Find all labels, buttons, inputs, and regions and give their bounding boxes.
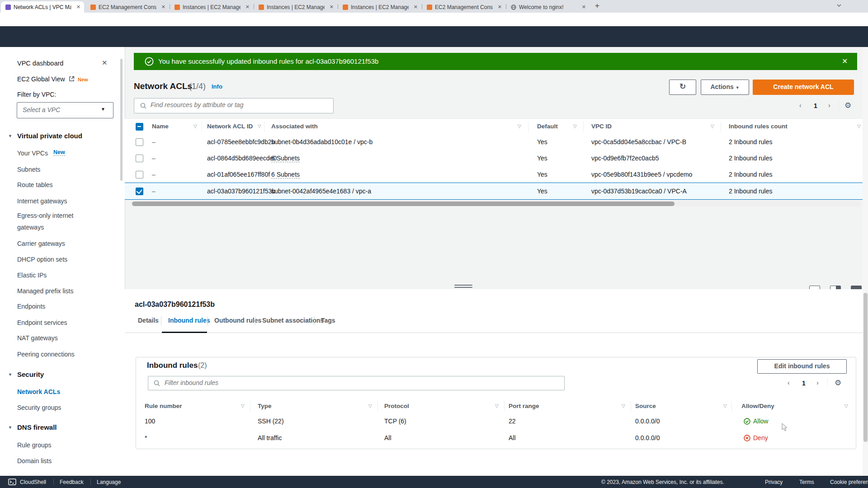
- page-number[interactable]: 1: [802, 380, 806, 387]
- select-all-checkbox[interactable]: [136, 123, 143, 131]
- sort-caret-icon[interactable]: ▽: [368, 404, 372, 408]
- tab-inbound-rules[interactable]: Inbound rules: [168, 317, 210, 324]
- section-caret-icon[interactable]: ▼: [8, 425, 12, 430]
- footer-language[interactable]: Language: [97, 479, 121, 485]
- tab-subnet-associations[interactable]: Subnet associations: [262, 317, 324, 324]
- page-number[interactable]: 1: [814, 102, 817, 109]
- resource-search[interactable]: [134, 98, 334, 113]
- sidebar-item-carrier-gateways[interactable]: Carrier gateways: [17, 238, 108, 249]
- sidebar-item-vpc-dashboard[interactable]: VPC dashboard: [17, 60, 63, 67]
- sort-caret-icon[interactable]: ▽: [241, 404, 245, 408]
- column-header-type[interactable]: Type: [258, 403, 272, 409]
- footer-feedback[interactable]: Feedback: [60, 479, 84, 485]
- tab-details[interactable]: Details: [138, 317, 159, 324]
- sort-caret-icon[interactable]: ▽: [518, 124, 521, 129]
- sidebar-item-elastic-ips[interactable]: Elastic IPs: [17, 269, 108, 281]
- row-checkbox[interactable]: [136, 138, 143, 146]
- cell-acl-id-link[interactable]: acl-0864d5bd689eecde0: [207, 155, 277, 162]
- section-caret-icon[interactable]: ▼: [8, 134, 12, 138]
- tab-close-icon[interactable]: ✕: [582, 4, 586, 10]
- footer-cookie-preferences[interactable]: Cookie preferences: [830, 479, 868, 485]
- browser-tab-instances-3[interactable]: Instances | EC2 Management Co ✕: [338, 1, 421, 13]
- tab-close-icon[interactable]: ✕: [330, 4, 334, 10]
- edit-inbound-rules-button[interactable]: Edit inbound rules: [757, 359, 847, 374]
- sidebar-close-icon[interactable]: ✕: [102, 59, 108, 67]
- table-settings-gear-icon[interactable]: ⚙: [835, 378, 841, 388]
- browser-tab-nginx[interactable]: Welcome to nginx! ✕: [506, 1, 590, 13]
- horizontal-scrollbar[interactable]: [131, 201, 861, 206]
- next-page-icon[interactable]: ›: [828, 102, 830, 109]
- cloudshell-icon[interactable]: [8, 479, 16, 485]
- sort-caret-icon[interactable]: ▽: [723, 404, 727, 408]
- sidebar-item-dhcp-option-sets[interactable]: DHCP option sets: [17, 253, 108, 265]
- table-row[interactable]: – acl-01af065ee167ff80f 6 Subnets Yes vp…: [125, 166, 868, 183]
- table-row[interactable]: – acl-0864d5bd689eecde0 6 Subnets Yes vp…: [125, 150, 868, 167]
- sidebar-item-internet-gateways[interactable]: Internet gateways: [17, 195, 108, 207]
- new-tab-button[interactable]: +: [595, 1, 599, 10]
- sidebar-scrollbar[interactable]: [120, 59, 123, 181]
- split-panel-drag-handle[interactable]: [454, 285, 472, 286]
- sidebar-item-security-groups[interactable]: Security groups: [17, 402, 108, 413]
- banner-close-icon[interactable]: ✕: [842, 57, 848, 66]
- tab-close-icon[interactable]: ✕: [76, 4, 80, 10]
- sidebar-item-peering-connections[interactable]: Peering connections: [17, 348, 108, 360]
- browser-tab-ec2-1[interactable]: EC2 Management Console ✕: [86, 1, 169, 13]
- tab-close-icon[interactable]: ✕: [245, 4, 250, 10]
- cell-associated-popover[interactable]: 6 Subnets: [271, 155, 300, 162]
- column-header-source[interactable]: Source: [635, 403, 656, 409]
- cell-vpc-id-link[interactable]: vpc-0d37d53b19cac0ca0 / VPC-A: [591, 188, 687, 195]
- vertical-scrollbar-thumb[interactable]: [863, 293, 868, 442]
- cell-acl-id-link[interactable]: acl-01af065ee167ff80f: [207, 171, 270, 178]
- column-header-allow-deny[interactable]: Allow/Deny: [741, 403, 774, 409]
- row-checkbox[interactable]: [136, 188, 143, 195]
- cell-acl-id-link[interactable]: acl-03a037b960121f53b: [207, 188, 275, 195]
- cell-associated-popover[interactable]: 6 Subnets: [271, 171, 300, 178]
- info-link[interactable]: Info: [212, 83, 222, 90]
- horizontal-scrollbar-thumb[interactable]: [132, 202, 675, 206]
- rule-row[interactable]: * All traffic All All 0.0.0.0/0 Deny: [136, 430, 855, 446]
- sidebar-item-endpoints[interactable]: Endpoints: [17, 300, 108, 312]
- cell-associated-link[interactable]: subnet-0b4d36adabd10c01e / vpc-b: [271, 138, 373, 145]
- row-checkbox[interactable]: [136, 155, 143, 162]
- section-dns-firewall[interactable]: DNS firewall: [17, 423, 57, 431]
- create-network-acl-button[interactable]: Create network ACL: [753, 80, 854, 95]
- tab-tags[interactable]: Tags: [321, 317, 335, 324]
- tab-close-icon[interactable]: ✕: [161, 4, 165, 10]
- column-header-associated[interactable]: Associated with: [271, 123, 318, 130]
- tab-close-icon[interactable]: ✕: [414, 4, 418, 10]
- section-caret-icon[interactable]: ▼: [8, 372, 12, 377]
- rule-row[interactable]: 100 SSH (22) TCP (6) 22 0.0.0.0/0 Allow: [136, 413, 855, 430]
- column-header-vpc-id[interactable]: VPC ID: [591, 123, 612, 130]
- sidebar-item-domain-lists[interactable]: Domain lists: [17, 455, 108, 467]
- browser-tab-instances-1[interactable]: Instances | EC2 Management Co ✕: [170, 1, 253, 13]
- sidebar-item-ec2-global-view[interactable]: EC2 Global View: [17, 75, 65, 83]
- table-row-selected[interactable]: – acl-03a037b960121f53b subnet-0042af496…: [125, 183, 868, 200]
- sort-caret-icon[interactable]: ▽: [857, 124, 861, 129]
- browser-tab-vpc[interactable]: Network ACLs | VPC Manageme ✕: [1, 1, 84, 13]
- sort-caret-icon[interactable]: ▽: [711, 124, 714, 129]
- tab-search-chevron-icon[interactable]: [836, 3, 842, 8]
- cell-acl-id-link[interactable]: acl-0785ee8ebbfc9db2b: [207, 138, 275, 145]
- resource-search-input[interactable]: [150, 101, 311, 109]
- sort-caret-icon[interactable]: ▽: [622, 404, 625, 408]
- sidebar-item-nat-gateways[interactable]: NAT gateways: [17, 332, 108, 344]
- sidebar-item-managed-prefix-lists[interactable]: Managed prefix lists: [17, 285, 108, 297]
- next-page-icon[interactable]: ›: [816, 379, 819, 386]
- cell-vpc-id-link[interactable]: vpc-0d9e6fb7f2ec0acb5: [591, 155, 659, 162]
- footer-privacy[interactable]: Privacy: [765, 479, 783, 485]
- footer-cloudshell[interactable]: CloudShell: [20, 479, 46, 485]
- actions-button[interactable]: Actions ▼: [701, 80, 749, 95]
- column-header-port-range[interactable]: Port range: [509, 403, 539, 409]
- sidebar-item-endpoint-services[interactable]: Endpoint services: [17, 317, 108, 328]
- vertical-scrollbar[interactable]: [863, 47, 868, 476]
- cell-vpc-id-link[interactable]: vpc-05e9b80f1431b9ee5 / vpcdemo: [591, 171, 692, 178]
- browser-tab-instances-2[interactable]: Instances | EC2 Management Co ✕: [254, 1, 337, 13]
- vpc-select[interactable]: Select a VPC ▼: [17, 102, 113, 118]
- table-row[interactable]: – acl-0785ee8ebbfc9db2b subnet-0b4d36ada…: [125, 134, 868, 150]
- column-header-protocol[interactable]: Protocol: [384, 403, 409, 409]
- tab-outbound-rules[interactable]: Outbound rules: [214, 317, 261, 324]
- tab-close-icon[interactable]: ✕: [498, 4, 502, 10]
- prev-page-icon[interactable]: ‹: [799, 102, 802, 109]
- section-security[interactable]: Security: [17, 371, 44, 378]
- column-header-inbound-count[interactable]: Inbound rules count: [729, 123, 788, 130]
